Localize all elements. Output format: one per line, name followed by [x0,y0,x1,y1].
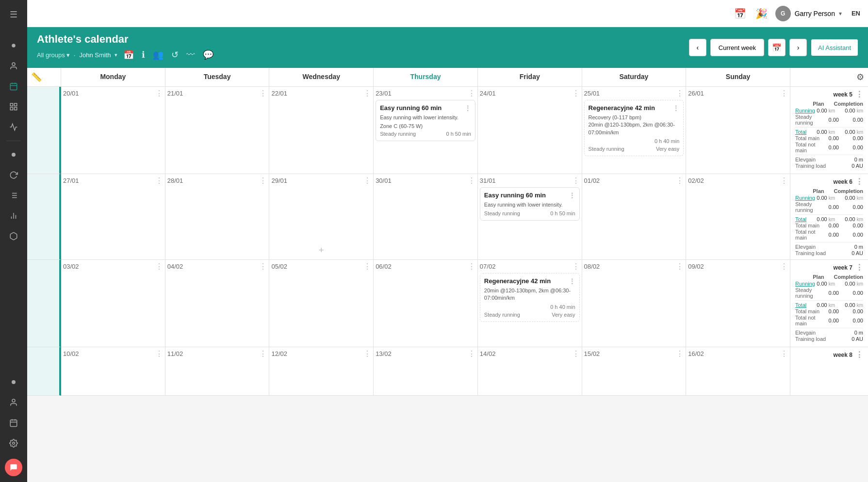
day-dots-23-01[interactable]: ⋮ [468,89,475,98]
day-cell-08-02[interactable]: 08/02⋮ [582,260,687,347]
toolbar-info-icon[interactable]: ℹ [140,48,147,62]
day-cell-10-02[interactable]: 10/02⋮ [61,347,165,396]
activity-dots-easy-w5[interactable]: ⋮ [464,104,471,112]
sidebar-item-settings[interactable] [5,434,22,452]
day-cell-28-01[interactable]: 28/01⋮ [165,174,270,260]
toolbar-chart-icon[interactable]: 〰 [184,48,197,62]
ruler-icon[interactable]: 📏 [31,72,42,82]
language-selector[interactable]: EN [852,10,860,17]
day-dots-14-02[interactable]: ⋮ [572,349,580,358]
sidebar-item-list[interactable] [5,187,22,204]
toolbar-message-icon[interactable]: 💬 [201,48,215,62]
day-cell-24-01[interactable]: 24/01⋮ [478,87,582,174]
day-dots-01-02[interactable]: ⋮ [676,176,684,185]
topbar-user[interactable]: G Garry Person ▾ [775,6,842,21]
day-dots-28-01[interactable]: ⋮ [259,176,267,185]
sidebar-item-refresh[interactable] [5,166,22,184]
day-dots-03-02[interactable]: ⋮ [155,262,163,271]
day-cell-20-01[interactable]: 20/01⋮ [61,87,165,174]
day-dots-27-01[interactable]: ⋮ [155,176,163,185]
day-cell-09-02[interactable]: 09/02⋮ [686,260,790,347]
sidebar-item-home[interactable] [5,37,22,54]
sidebar-item-analytics[interactable] [5,118,22,136]
day-dots-09-02[interactable]: ⋮ [780,262,788,271]
next-week-button[interactable]: › [789,39,807,56]
day-dots-11-02[interactable]: ⋮ [259,349,267,358]
stats-dots-w8[interactable]: ⋮ [855,350,863,359]
day-dots-08-02[interactable]: ⋮ [676,262,684,271]
activity-regeneracyjne-w7[interactable]: Regeneracyjne 42 min ⋮ 20min @120-130bpm… [480,273,580,322]
sidebar-item-calendar[interactable] [5,78,22,95]
stats-dots-w5[interactable]: ⋮ [855,90,863,99]
activity-regeneracyjne-w5[interactable]: Regeneracyjne 42 min ⋮ Recovery (0-117 b… [584,100,684,156]
activity-easy-running-w6[interactable]: Easy running 60 min ⋮ Easy running with … [480,187,580,221]
day-cell-04-02[interactable]: 04/02⋮ [165,260,270,347]
day-dots-24-01[interactable]: ⋮ [572,89,580,98]
day-cell-07-02[interactable]: 07/02⋮ Regeneracyjne 42 min ⋮ 20min @120… [478,260,582,347]
day-cell-13-02[interactable]: 13/02⋮ [374,347,478,396]
sidebar-item-calendar-bottom[interactable] [5,414,22,432]
day-cell-06-02[interactable]: 06/02⋮ [374,260,478,347]
activity-dots-regen-w5[interactable]: ⋮ [672,104,679,112]
sidebar-item-bar-chart[interactable] [5,207,22,225]
topbar-party-icon[interactable]: 🎉 [754,6,770,21]
activity-easy-running-w5[interactable]: Easy running 60 min ⋮ Easy running with … [376,100,475,141]
prev-week-button[interactable]: ‹ [689,39,706,56]
day-dots-15-02[interactable]: ⋮ [676,349,684,358]
day-dots-22-01[interactable]: ⋮ [363,89,371,98]
day-dots-05-02[interactable]: ⋮ [363,262,371,271]
day-cell-15-02[interactable]: 15/02⋮ [582,347,687,396]
sidebar-item-user-bottom[interactable] [5,394,22,411]
day-dots-16-02[interactable]: ⋮ [780,349,788,358]
day-dots-26-01[interactable]: ⋮ [780,89,788,98]
day-dots-21-01[interactable]: ⋮ [259,89,267,98]
day-cell-26-01[interactable]: 26/01⋮ [686,87,790,174]
day-cell-21-01[interactable]: 21/01⋮ [165,87,270,174]
hamburger-menu[interactable]: ☰ [5,6,22,23]
all-groups-selector[interactable]: All groups ▾ [37,51,70,59]
day-cell-11-02[interactable]: 11/02⋮ [165,347,270,396]
day-cell-01-02[interactable]: 01/02⋮ [582,174,687,260]
day-dots-12-02[interactable]: ⋮ [363,349,371,358]
day-cell-29-01[interactable]: 29/01⋮ + [269,174,374,260]
day-dots-13-02[interactable]: ⋮ [468,349,475,358]
day-cell-30-01[interactable]: 30/01⋮ [374,174,478,260]
day-dots-25-01[interactable]: ⋮ [676,89,684,98]
sidebar-item-box[interactable] [5,227,22,245]
day-cell-23-01[interactable]: 23/01⋮ Easy running 60 min ⋮ Easy runnin… [374,87,478,174]
add-activity-button-w6[interactable]: + [319,245,324,256]
day-cell-14-02[interactable]: 14/02⋮ [478,347,582,396]
activity-dots-regen-w7[interactable]: ⋮ [569,277,575,285]
day-dots-06-02[interactable]: ⋮ [468,262,475,271]
day-dots-29-01[interactable]: ⋮ [363,176,371,185]
day-cell-03-02[interactable]: 03/02⋮ [61,260,165,347]
stats-dots-w7[interactable]: ⋮ [855,263,863,272]
day-cell-02-02[interactable]: 02/02⋮ [686,174,790,260]
day-cell-27-01[interactable]: 27/01⋮ [61,174,165,260]
date-picker-button[interactable]: 📅 [768,39,786,56]
day-dots-31-01[interactable]: ⋮ [572,176,580,185]
toolbar-group-icon[interactable]: 👥 [151,48,165,62]
settings-icon[interactable]: ⚙ [856,72,864,82]
day-dots-10-02[interactable]: ⋮ [155,349,163,358]
day-dots-20-01[interactable]: ⋮ [155,89,163,98]
ai-assistant-button[interactable]: AI Assistant [811,39,858,56]
day-dots-02-02[interactable]: ⋮ [780,176,788,185]
day-cell-25-01[interactable]: 25/01⋮ Regeneracyjne 42 min ⋮ Recovery (… [582,87,687,174]
sidebar-item-users[interactable] [5,57,22,75]
sidebar-item-table[interactable] [5,98,22,115]
day-cell-31-01[interactable]: 31/01⋮ Easy running 60 min ⋮ Easy runnin… [478,174,582,260]
sidebar-item-dot2[interactable] [5,373,22,391]
toolbar-refresh-icon[interactable]: ↺ [169,48,180,62]
toolbar-calendar-icon[interactable]: 📅 [121,48,136,62]
day-cell-05-02[interactable]: 05/02⋮ [269,260,374,347]
day-cell-22-01[interactable]: 22/01⋮ [269,87,374,174]
topbar-calendar-icon[interactable]: 📅 [733,6,748,21]
day-dots-07-02[interactable]: ⋮ [572,262,580,271]
sidebar-item-dot1[interactable] [5,146,22,163]
activity-dots-easy-w6[interactable]: ⋮ [569,192,575,199]
day-dots-30-01[interactable]: ⋮ [468,176,475,185]
sidebar-chat-bubble[interactable] [5,459,22,476]
current-week-button[interactable]: Current week [710,39,764,56]
day-cell-16-02[interactable]: 16/02⋮ [686,347,790,396]
